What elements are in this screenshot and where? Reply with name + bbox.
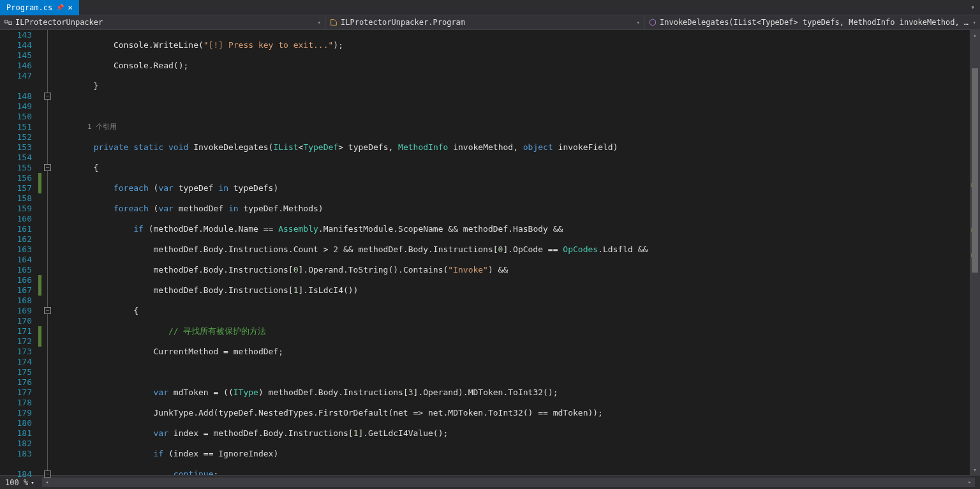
svg-rect-1 xyxy=(9,22,11,24)
scroll-up-icon[interactable]: ▴ xyxy=(970,30,980,40)
navigation-bar: ILProtectorUnpacker ▾ ILProtectorUnpacke… xyxy=(0,15,980,30)
tab-filename: Program.cs xyxy=(6,3,52,12)
chevron-down-icon: ▾ xyxy=(973,19,976,26)
horizontal-scrollbar[interactable]: ◂ ▸ xyxy=(42,478,975,487)
fold-toggle[interactable]: − xyxy=(44,93,51,100)
namespace-icon xyxy=(4,18,13,27)
pin-icon[interactable]: 📌 xyxy=(56,4,64,11)
nav-class[interactable]: ILProtectorUnpacker.Program ▾ xyxy=(325,15,644,29)
close-icon[interactable]: × xyxy=(68,3,73,12)
tab-bar: Program.cs 📌 × ▾ xyxy=(0,0,980,15)
scroll-left-icon[interactable]: ◂ xyxy=(42,478,52,487)
fold-toggle[interactable]: − xyxy=(44,164,51,171)
status-bar: 100 % ▾ ◂ ▸ xyxy=(0,475,980,489)
nav-method-text: InvokeDelegates(IList<TypeDef> typeDefs,… xyxy=(660,18,970,27)
codelens-refs[interactable]: 1 个引用 xyxy=(87,123,117,131)
scroll-right-icon[interactable]: ▸ xyxy=(965,478,975,487)
chevron-down-icon: ▾ xyxy=(31,479,34,486)
editor: ⬍ 143144145146147 1481491501511521531541… xyxy=(0,30,980,475)
vertical-scrollbar[interactable]: ▴ ▾ xyxy=(970,30,980,475)
scroll-thumb[interactable] xyxy=(972,68,978,273)
chevron-down-icon: ▾ xyxy=(318,19,321,26)
line-gutter: 143144145146147 148149150151152153154155… xyxy=(0,30,38,475)
nav-namespace-text: ILProtectorUnpacker xyxy=(15,18,103,27)
method-icon xyxy=(648,18,657,27)
tab-overflow-icon[interactable]: ▾ xyxy=(965,3,980,11)
fold-toggle[interactable]: − xyxy=(44,307,51,314)
class-icon xyxy=(329,18,338,27)
code-area[interactable]: Console.WriteLine("[!] Press key to exit… xyxy=(54,30,970,475)
svg-rect-0 xyxy=(5,20,8,23)
nav-namespace[interactable]: ILProtectorUnpacker ▾ xyxy=(0,15,325,29)
chevron-down-icon: ▾ xyxy=(637,19,640,26)
file-tab[interactable]: Program.cs 📌 × xyxy=(0,0,79,15)
fold-toggle[interactable]: − xyxy=(44,470,51,478)
nav-class-text: ILProtectorUnpacker.Program xyxy=(341,18,465,27)
scroll-down-icon[interactable]: ▾ xyxy=(970,465,980,475)
outline-margin: − − − − xyxy=(42,30,54,475)
nav-method[interactable]: InvokeDelegates(IList<TypeDef> typeDefs,… xyxy=(644,15,980,29)
